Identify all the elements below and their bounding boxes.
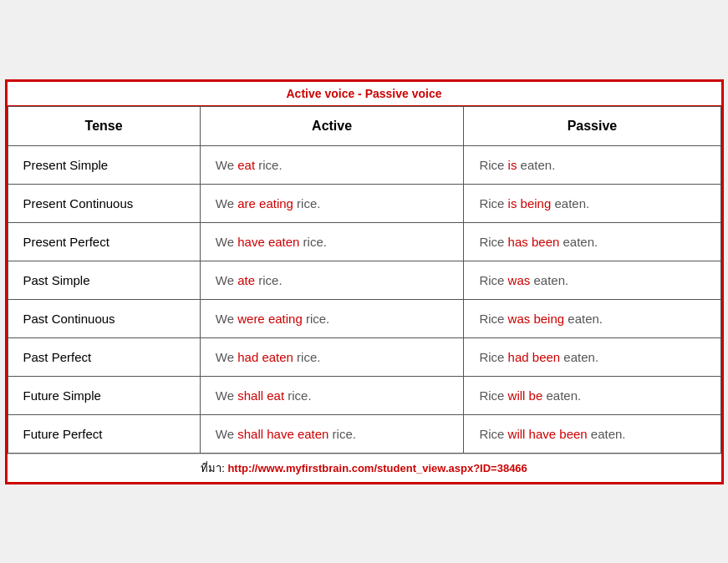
cell-active: We eat rice. <box>200 145 464 184</box>
cell-tense: Present Continuous <box>8 184 200 222</box>
cell-tense: Future Perfect <box>8 414 200 453</box>
cell-active: We had eaten rice. <box>200 337 464 376</box>
col-header-active: Active <box>200 106 464 145</box>
highlighted-verb: has been <box>508 235 560 249</box>
table-row: Past ContinuousWe were eating rice.Rice … <box>8 299 720 337</box>
footer: ที่มา: http://www.myfirstbrain.com/stude… <box>8 454 721 482</box>
cell-tense: Past Continuous <box>8 299 200 337</box>
grammar-table: Tense Active Passive Present SimpleWe ea… <box>8 106 721 454</box>
cell-tense: Past Simple <box>8 261 200 299</box>
table-row: Future SimpleWe shall eat rice.Rice will… <box>8 376 720 414</box>
cell-passive: Rice will have been eaten. <box>464 414 720 453</box>
col-header-passive: Passive <box>464 106 720 145</box>
highlighted-verb: shall eat <box>237 388 284 403</box>
highlighted-verb: will be <box>508 388 543 403</box>
highlighted-verb: was <box>508 273 531 287</box>
footer-link[interactable]: http://www.myfirstbrain.com/student_view… <box>227 462 527 474</box>
highlighted-verb: was being <box>508 312 565 326</box>
cell-tense: Present Simple <box>8 145 200 184</box>
cell-active: We ate rice. <box>200 261 464 299</box>
cell-tense: Past Perfect <box>8 337 200 376</box>
highlighted-verb: is <box>508 158 517 172</box>
table-row: Present ContinuousWe are eating rice.Ric… <box>8 184 720 222</box>
cell-passive: Rice will be eaten. <box>464 376 720 414</box>
cell-passive: Rice is eaten. <box>464 145 720 184</box>
cell-tense: Future Simple <box>8 376 200 414</box>
cell-active: We were eating rice. <box>200 299 464 337</box>
table-row: Present PerfectWe have eaten rice.Rice h… <box>8 222 720 261</box>
table-row: Present SimpleWe eat rice.Rice is eaten. <box>8 145 720 184</box>
cell-passive: Rice has been eaten. <box>464 222 720 261</box>
cell-passive: Rice was being eaten. <box>464 299 720 337</box>
cell-tense: Present Perfect <box>8 222 200 261</box>
cell-active: We have eaten rice. <box>200 222 464 261</box>
cell-active: We shall eat rice. <box>200 376 464 414</box>
highlighted-verb: ate <box>237 273 255 287</box>
footer-label: ที่มา: <box>201 462 227 474</box>
table-row: Past SimpleWe ate rice.Rice was eaten. <box>8 261 720 299</box>
highlighted-verb: will have been <box>508 427 588 441</box>
cell-active: We shall have eaten rice. <box>200 414 464 453</box>
highlighted-verb: shall have eaten <box>237 427 328 441</box>
highlighted-verb: have eaten <box>237 235 299 249</box>
cell-passive: Rice was eaten. <box>464 261 720 299</box>
cell-passive: Rice had been eaten. <box>464 337 720 376</box>
cell-passive: Rice is being eaten. <box>464 184 720 222</box>
highlighted-verb: is being <box>508 196 552 210</box>
page-title: Active voice - Passive voice <box>8 82 721 106</box>
cell-active: We are eating rice. <box>200 184 464 222</box>
col-header-tense: Tense <box>8 106 200 145</box>
main-container: Active voice - Passive voice Tense Activ… <box>5 79 724 484</box>
highlighted-verb: eat <box>237 158 255 172</box>
table-row: Past PerfectWe had eaten rice.Rice had b… <box>8 337 720 376</box>
highlighted-verb: were eating <box>237 312 303 326</box>
highlighted-verb: are eating <box>237 196 293 210</box>
table-row: Future PerfectWe shall have eaten rice.R… <box>8 414 720 453</box>
highlighted-verb: had been <box>508 350 561 364</box>
highlighted-verb: had eaten <box>237 350 293 364</box>
